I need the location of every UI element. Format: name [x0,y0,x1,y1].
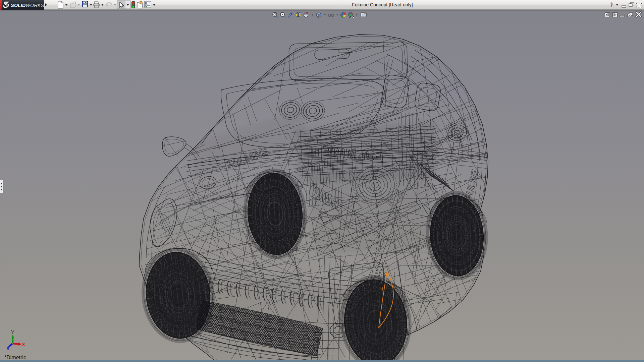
svg-text:FULSE: FULSE [463,169,481,202]
svg-text:?: ? [610,2,613,8]
